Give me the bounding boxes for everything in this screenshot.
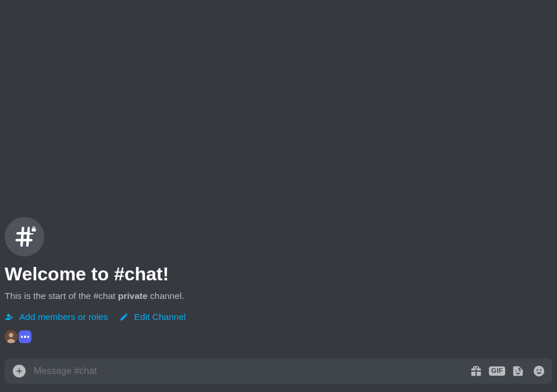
attach-button[interactable] <box>13 365 26 377</box>
channel-actions: Add members or roles Edit Channel <box>5 312 552 322</box>
channel-welcome-block: Welcome to #chat! This is the start of t… <box>5 217 552 343</box>
svg-point-3 <box>534 366 544 376</box>
gift-button[interactable] <box>470 365 483 377</box>
edit-channel-label: Edit Channel <box>134 312 186 322</box>
channel-icon <box>5 217 44 256</box>
add-person-icon <box>5 312 14 322</box>
welcome-subtitle: This is the start of the #chat private c… <box>5 291 552 301</box>
svg-point-2 <box>9 333 13 337</box>
user-avatar[interactable] <box>5 330 17 343</box>
sticker-icon <box>512 365 524 377</box>
add-members-label: Add members or roles <box>19 312 108 322</box>
composer-region: GIF <box>0 358 557 392</box>
gif-icon: GIF <box>489 366 505 376</box>
gift-icon <box>470 365 483 377</box>
message-composer: GIF <box>5 358 552 384</box>
presence-row <box>5 330 552 343</box>
sticker-button[interactable] <box>512 365 524 377</box>
pencil-icon <box>119 312 129 322</box>
welcome-sub-suffix: channel. <box>148 291 185 301</box>
message-input[interactable] <box>34 366 462 376</box>
add-members-button[interactable]: Add members or roles <box>5 312 108 322</box>
welcome-title: Welcome to #chat! <box>5 263 552 285</box>
plus-icon <box>16 368 23 375</box>
welcome-sub-private: private <box>118 291 148 301</box>
gif-button[interactable]: GIF <box>491 365 503 377</box>
composer-right-icons: GIF <box>470 365 545 377</box>
edit-channel-button[interactable]: Edit Channel <box>119 312 186 322</box>
svg-point-4 <box>537 369 538 371</box>
emoji-icon <box>533 365 545 377</box>
messages-scroll-area: Welcome to #chat! This is the start of t… <box>0 0 557 358</box>
bot-indicator-icon[interactable] <box>19 330 31 343</box>
svg-point-5 <box>540 369 541 371</box>
lock-icon <box>30 225 38 233</box>
welcome-sub-prefix: This is the start of the #chat <box>5 291 118 301</box>
emoji-button[interactable] <box>533 365 545 377</box>
